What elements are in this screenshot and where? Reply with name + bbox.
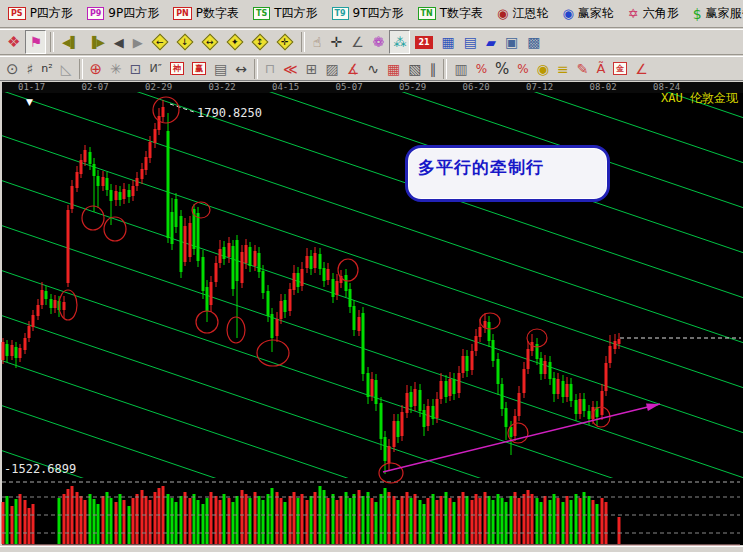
peak-price-label: 1790.8250 bbox=[197, 106, 262, 120]
yellow-diamond-icon: ✦ bbox=[227, 34, 243, 50]
yellow-diamond-icon: ↓ bbox=[177, 34, 193, 50]
yellow-diamond-icon: ← bbox=[152, 34, 168, 50]
status-bar bbox=[0, 546, 743, 552]
symbol-label: XAU 伦敦金现 bbox=[661, 90, 738, 107]
trend-arrow-head bbox=[646, 404, 660, 412]
annotation-box[interactable]: 多平行的牵制行 bbox=[405, 145, 610, 202]
dashed-level-line bbox=[170, 104, 194, 112]
yellow-diamond-icon: ✛ bbox=[277, 34, 293, 50]
annotation-text: 多平行的牵制行 bbox=[418, 156, 607, 179]
price-chart-canvas[interactable] bbox=[0, 0, 743, 552]
gann-parallel-lines bbox=[0, 0, 743, 552]
yellow-diamond-icon: ↔ bbox=[202, 34, 218, 50]
app-window: PSP四方形P99P四方形PNP数字表TST四方形T99T四方形TNT数字表◉江… bbox=[0, 0, 743, 552]
gann-level-label: -1522.6899 bbox=[4, 462, 76, 476]
scroll-position-marker-icon[interactable]: ▼ bbox=[26, 97, 33, 107]
yellow-diamond-icon: ↕ bbox=[252, 34, 268, 50]
